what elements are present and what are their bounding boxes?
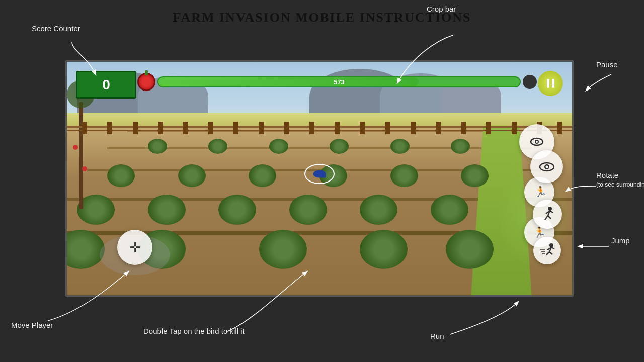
- fence-post: [486, 122, 491, 134]
- crop-5: [390, 139, 410, 154]
- svg-line-20: [551, 247, 554, 249]
- bird-circle: [304, 164, 335, 184]
- pause-button[interactable]: [538, 71, 563, 96]
- svg-line-12: [548, 216, 551, 219]
- rotate-button-pos[interactable]: [530, 150, 563, 183]
- fence-rail-top: [67, 126, 572, 128]
- crop-3: [269, 139, 288, 154]
- fence-post: [133, 122, 138, 134]
- jump-icon-pos: [539, 206, 556, 223]
- crop-14: [148, 195, 186, 225]
- crop-12: [461, 164, 489, 187]
- rotate-label: Rotate: [596, 171, 618, 179]
- svg-line-17: [546, 252, 549, 255]
- score-counter-label: Score Counter: [32, 24, 80, 33]
- fence-post: [233, 122, 238, 134]
- pause-label: Pause: [596, 60, 618, 69]
- svg-line-11: [545, 216, 548, 220]
- fence-post: [82, 122, 87, 134]
- crop-4: [330, 139, 349, 154]
- jump-button-pos[interactable]: [533, 200, 562, 229]
- tree-trunk: [79, 102, 83, 209]
- fence-post: [208, 122, 213, 134]
- crop-icon: [137, 73, 155, 91]
- crop-16: [289, 195, 327, 225]
- crop-bar-label: Crop bar: [427, 5, 456, 13]
- rotate-sublabel: (to see surroundings): [596, 181, 644, 188]
- pause-bar-right: [552, 79, 554, 88]
- apple-tree-area-left: [67, 80, 97, 295]
- crop-21: [259, 230, 307, 269]
- run-label: Run: [430, 332, 444, 340]
- move-player-label: Move Player: [11, 321, 53, 329]
- fence-post: [385, 122, 390, 134]
- svg-point-8: [545, 165, 548, 168]
- crop-22: [360, 230, 408, 269]
- crop-1: [148, 139, 167, 154]
- jump-label: Jump: [611, 236, 630, 245]
- run-button-pos[interactable]: [533, 237, 561, 264]
- score-box: 0: [76, 71, 136, 99]
- crop-bar-fill: [158, 77, 419, 86]
- game-viewport: 0 573 ✛: [65, 60, 574, 297]
- apple: [73, 145, 78, 150]
- jump-icon: 🏃: [531, 184, 547, 200]
- score-value: 0: [102, 77, 110, 93]
- crop-8: [178, 164, 206, 187]
- svg-line-14: [550, 211, 553, 213]
- fence-post: [461, 122, 466, 134]
- fence-post: [309, 122, 314, 134]
- title-area: Farm Invasion Mobile Instructions: [0, 10, 644, 25]
- pause-bar-left: [547, 79, 549, 88]
- fence-area: [67, 120, 572, 134]
- crop-6: [451, 139, 470, 154]
- fence-post: [107, 122, 112, 134]
- run-icon-pos: [539, 243, 555, 259]
- move-arrows-icon: ✛: [129, 239, 141, 256]
- fence-post: [557, 122, 562, 134]
- crop-bar-value: 573: [334, 78, 345, 86]
- crop-bar-track: 573: [157, 76, 521, 87]
- fence-post: [360, 122, 365, 134]
- farm-scene: 0 573 ✛: [67, 62, 572, 295]
- crop-bar: 573: [137, 74, 537, 89]
- fence-post: [512, 122, 517, 134]
- svg-point-2: [536, 141, 538, 143]
- crop-2: [208, 139, 227, 154]
- crop-11: [390, 164, 418, 187]
- apple: [82, 166, 87, 171]
- svg-text:🏃: 🏃: [534, 186, 547, 198]
- crop-18: [431, 195, 468, 225]
- fence-post: [411, 122, 416, 134]
- pause-icon: [547, 79, 554, 88]
- double-tap-label: Double Tap on the bird to kill it: [143, 327, 245, 335]
- fence-rail-bottom: [67, 130, 572, 131]
- fence-post: [158, 122, 163, 134]
- fence-post: [259, 122, 264, 134]
- joystick-button[interactable]: ✛: [117, 230, 152, 265]
- eye-icon-pos: [538, 158, 556, 176]
- svg-point-9: [548, 207, 552, 211]
- svg-line-18: [549, 252, 552, 254]
- bird-player: [313, 170, 326, 177]
- fence-post: [183, 122, 188, 134]
- fence-post: [436, 122, 441, 134]
- crop-bar-end: [523, 75, 537, 89]
- eye-icon: [529, 134, 545, 150]
- fence-post: [284, 122, 289, 134]
- crop-23: [446, 230, 494, 269]
- svg-point-15: [549, 243, 553, 247]
- fence-post: [335, 122, 340, 134]
